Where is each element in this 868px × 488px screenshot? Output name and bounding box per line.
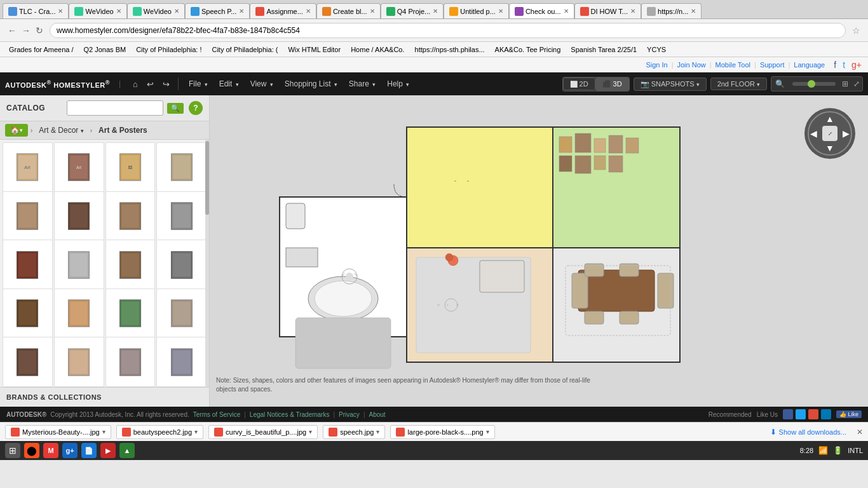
- catalog-item-9[interactable]: [3, 240, 53, 290]
- category-home-button[interactable]: 🏠 ▾: [5, 124, 28, 137]
- home-icon[interactable]: ⌂: [130, 78, 141, 91]
- tab-close-howto[interactable]: ✕: [630, 8, 635, 15]
- bookmark-phila1[interactable]: City of Philadelphia: !: [132, 45, 205, 54]
- download-item-2[interactable]: beautyspeech2.jpg ▾: [116, 425, 203, 439]
- taskbar-drive-icon[interactable]: ▲: [119, 443, 135, 458]
- twitter-social-icon[interactable]: [796, 409, 806, 419]
- tab-close-wevideo2[interactable]: ✕: [174, 8, 179, 15]
- catalog-item-3[interactable]: 🖼: [105, 142, 156, 193]
- zoom-slider[interactable]: [789, 76, 839, 92]
- download-close-2[interactable]: ▾: [194, 428, 198, 435]
- facebook-social-icon[interactable]: [783, 409, 793, 419]
- join-link[interactable]: Join Now: [677, 61, 705, 69]
- downloads-close-icon[interactable]: ✕: [857, 428, 863, 437]
- taskbar-gmail-icon[interactable]: M: [43, 443, 58, 458]
- download-close-4[interactable]: ▾: [376, 428, 379, 435]
- taskbar-chrome-icon[interactable]: ⬤: [24, 443, 39, 458]
- tab-tlc[interactable]: TLC - Cra... ✕: [3, 3, 69, 18]
- bookmark-aka[interactable]: AKA&Co. Tee Pricing: [491, 45, 565, 54]
- undo-icon[interactable]: ↩: [144, 78, 157, 91]
- bookmark-home[interactable]: Home / AKA&Co.: [347, 45, 408, 54]
- catalog-item-7[interactable]: [105, 191, 156, 241]
- linkedin-social-icon[interactable]: [821, 409, 831, 419]
- bookmark-grades[interactable]: Grades for Ameena /: [5, 45, 78, 54]
- tab-close-https[interactable]: ✕: [691, 8, 696, 15]
- download-item-4[interactable]: speech.jpg ▾: [323, 425, 385, 439]
- catalog-item-18[interactable]: [54, 337, 104, 387]
- tab-close-checkout[interactable]: ✕: [564, 8, 569, 15]
- download-close-3[interactable]: ▾: [309, 428, 312, 435]
- snapshots-button[interactable]: 📷 SNAPSHOTS ▾: [634, 78, 707, 91]
- tab-wevideo2[interactable]: WeVideo ✕: [127, 3, 185, 18]
- catalog-search-button[interactable]: 🔍: [167, 103, 184, 114]
- nav-up-button[interactable]: ▲: [825, 114, 834, 124]
- catalog-item-20[interactable]: [156, 337, 207, 387]
- catalog-item-12[interactable]: [156, 240, 207, 290]
- download-item-1[interactable]: Mysterious-Beauty-....jpg ▾: [5, 425, 111, 439]
- download-close-1[interactable]: ▾: [102, 428, 105, 435]
- language-link[interactable]: Language: [794, 61, 825, 69]
- menu-edit[interactable]: Edit ▾: [214, 77, 244, 91]
- 2d-view-button[interactable]: ⬜ 2D: [563, 78, 595, 90]
- bookmark-phila2[interactable]: City of Philadelphia: (: [208, 45, 281, 54]
- design-canvas[interactable]: ▲ ▼ ◀ ▶ ⤢ Note: Sizes, shapes, colors an…: [210, 95, 868, 407]
- legal-link[interactable]: Legal Notices & Trademarks: [250, 411, 330, 418]
- show-all-downloads-button[interactable]: ⬇ Show all downloads...: [770, 428, 846, 437]
- menu-view[interactable]: View ▾: [245, 77, 278, 91]
- tab-speech[interactable]: Speech P... ✕: [185, 3, 250, 18]
- tab-assign[interactable]: Assignme... ✕: [250, 3, 316, 18]
- catalog-item-6[interactable]: [54, 191, 104, 241]
- catalog-item-4[interactable]: [156, 142, 207, 193]
- catalog-item-1[interactable]: Art: [3, 142, 53, 193]
- catalog-item-2[interactable]: Art: [54, 142, 104, 193]
- catalog-item-16[interactable]: [156, 288, 207, 339]
- language-indicator[interactable]: INTL: [848, 447, 863, 454]
- taskbar-gplus-icon[interactable]: g+: [62, 443, 78, 458]
- catalog-item-13[interactable]: [3, 288, 53, 339]
- tab-https[interactable]: https://n... ✕: [641, 3, 702, 18]
- like-button[interactable]: 👍 Like: [836, 410, 862, 418]
- catalog-item-14[interactable]: [54, 288, 104, 339]
- navigation-overlay[interactable]: ▲ ▼ ◀ ▶ ⤢: [804, 108, 855, 159]
- tab-close-speech[interactable]: ✕: [239, 8, 244, 15]
- googleplus-social-icon[interactable]: [808, 409, 818, 419]
- tab-close-assign[interactable]: ✕: [306, 8, 311, 15]
- catalog-item-17[interactable]: [3, 337, 53, 387]
- catalog-search-input[interactable]: [71, 104, 159, 112]
- redo-icon[interactable]: ↪: [159, 78, 173, 91]
- menu-shopping-list[interactable]: Shopping List ▾: [280, 77, 342, 91]
- menu-share[interactable]: Share ▾: [344, 77, 381, 91]
- zoom-expand-icon[interactable]: ⊞: [839, 79, 851, 88]
- privacy-link[interactable]: Privacy: [339, 411, 360, 418]
- catalog-item-11[interactable]: [105, 240, 156, 290]
- signin-link[interactable]: Sign In: [646, 61, 667, 69]
- tab-close-untitled[interactable]: ✕: [498, 8, 503, 15]
- 3d-view-button[interactable]: ⬛ 3D: [595, 78, 629, 91]
- nav-center-button[interactable]: ⤢: [822, 126, 837, 141]
- terms-link[interactable]: Terms of Service: [193, 411, 240, 418]
- menu-help[interactable]: Help ▾: [382, 77, 414, 91]
- catalog-item-15[interactable]: [105, 288, 156, 339]
- fullscreen-icon[interactable]: ⤢: [851, 79, 862, 88]
- tab-close-create[interactable]: ✕: [370, 8, 375, 15]
- forward-button[interactable]: →: [19, 24, 33, 37]
- tab-close-tlc[interactable]: ✕: [58, 8, 63, 15]
- bookmark-wix[interactable]: Wix HTML Editor: [284, 45, 344, 54]
- tab-create[interactable]: Create bl... ✕: [316, 3, 381, 18]
- tab-close-wevideo1[interactable]: ✕: [116, 8, 121, 15]
- nav-down-button[interactable]: ▼: [825, 143, 834, 153]
- reload-button[interactable]: ↻: [33, 24, 46, 37]
- tab-untitled[interactable]: Untitled p... ✕: [444, 3, 509, 18]
- catalog-item-19[interactable]: [105, 337, 156, 387]
- bookmark-ycys[interactable]: YCYS: [643, 45, 670, 54]
- tab-wevideo1[interactable]: WeVideo ✕: [69, 3, 126, 18]
- bookmark-spanish[interactable]: Spanish Tarea 2/25/1: [567, 45, 641, 54]
- bookmark-q2jonas[interactable]: Q2 Jonas BM: [80, 45, 130, 54]
- bookmark-star-icon[interactable]: ☆: [850, 24, 863, 37]
- tab-checkout[interactable]: Check ou... ✕: [509, 3, 574, 18]
- catalog-item-8[interactable]: [156, 191, 207, 241]
- art-decor-category-button[interactable]: Art & Decor ▾: [35, 124, 87, 137]
- menu-file[interactable]: File ▾: [184, 77, 213, 91]
- download-item-3[interactable]: curvy_is_beautiful_p....jpg ▾: [208, 425, 318, 439]
- taskbar-gdocs-icon[interactable]: 📄: [81, 443, 97, 458]
